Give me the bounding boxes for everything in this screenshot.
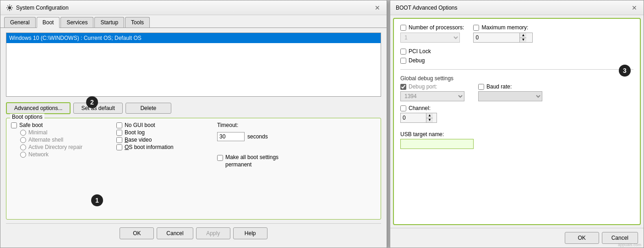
gear-icon bbox=[6, 4, 13, 11]
os-boot-info-row: OS boot information bbox=[116, 144, 199, 150]
max-memory-down-button[interactable]: ▼ bbox=[520, 38, 526, 43]
active-directory-row: Active Directory repair bbox=[20, 144, 103, 150]
minimal-radio[interactable] bbox=[20, 130, 26, 136]
max-memory-label: Maximum memory: bbox=[481, 24, 528, 31]
debug-port-label: Debug port: bbox=[409, 83, 437, 90]
boot-buttons-row: Advanced options... Set as default Delet… bbox=[6, 102, 381, 114]
badge-3: 3 bbox=[619, 65, 631, 77]
processors-memory-row: Number of processors: 1 Maximum memory: … bbox=[400, 24, 633, 43]
network-radio[interactable] bbox=[20, 152, 26, 158]
max-memory-row: Maximum memory: bbox=[473, 24, 533, 31]
channel-spinbox: 0 ▲ ▼ bbox=[400, 113, 437, 123]
minimal-row: Minimal bbox=[20, 129, 103, 136]
safe-boot-checkbox[interactable] bbox=[11, 122, 17, 128]
channel-down-button[interactable]: ▼ bbox=[426, 118, 433, 123]
baud-rate-select[interactable] bbox=[478, 91, 542, 101]
tab-tools[interactable]: Tools bbox=[125, 17, 150, 28]
boot-adv-bottom-bar: OK Cancel bbox=[390, 228, 644, 248]
timeout-section: Timeout: 30 seconds Make all boot settin… bbox=[217, 122, 290, 215]
system-config-dialog: System Configuration ✕ General Boot Serv… bbox=[0, 0, 387, 248]
debug-row: Debug bbox=[400, 57, 633, 64]
apply-button[interactable]: Apply bbox=[196, 227, 230, 239]
active-directory-label: Active Directory repair bbox=[28, 144, 82, 150]
channel-checkbox[interactable] bbox=[400, 105, 406, 111]
badge-1: 1 bbox=[91, 194, 103, 206]
max-memory-up-button[interactable]: ▲ bbox=[520, 33, 526, 38]
num-processors-group: Number of processors: 1 bbox=[400, 24, 464, 43]
network-row: Network bbox=[20, 151, 103, 158]
global-debug-section: Global debug settings Debug port: 1394 B… bbox=[400, 75, 633, 123]
max-memory-spinbox: 0 ▲ ▼ bbox=[473, 33, 533, 43]
usb-target-input[interactable] bbox=[400, 139, 474, 149]
cancel-button[interactable]: Cancel bbox=[157, 227, 193, 239]
boot-log-checkbox[interactable] bbox=[116, 130, 122, 136]
boot-log-row: Boot log bbox=[116, 129, 199, 136]
max-memory-group: Maximum memory: 0 ▲ ▼ bbox=[473, 24, 533, 43]
os-listbox[interactable]: Windows 10 (C:\WINDOWS) : Current OS; De… bbox=[6, 33, 381, 97]
boot-options-right: No GUI boot Boot log Base video OS boot … bbox=[116, 122, 199, 215]
boot-adv-ok-button[interactable]: OK bbox=[565, 232, 599, 244]
pci-lock-checkbox[interactable] bbox=[400, 49, 406, 55]
network-label: Network bbox=[28, 151, 49, 158]
ok-button[interactable]: OK bbox=[120, 227, 154, 239]
advanced-options-button[interactable]: Advanced options... bbox=[6, 102, 71, 114]
base-video-label: Base video bbox=[125, 137, 152, 143]
boot-log-label: Boot log bbox=[125, 129, 145, 136]
alternate-shell-radio[interactable] bbox=[20, 137, 26, 143]
titlebar-left: System Configuration bbox=[6, 4, 69, 11]
help-button[interactable]: Help bbox=[233, 227, 267, 239]
minimal-label: Minimal bbox=[28, 129, 47, 136]
no-gui-boot-checkbox[interactable] bbox=[116, 122, 122, 128]
debug-checkbox[interactable] bbox=[400, 58, 406, 64]
safe-boot-row: Safe boot bbox=[11, 122, 103, 128]
set-default-button[interactable]: Set as default bbox=[73, 103, 122, 114]
pci-lock-row: PCI Lock bbox=[400, 48, 633, 55]
debug-port-select[interactable]: 1394 bbox=[400, 91, 464, 101]
badge-2: 2 bbox=[86, 96, 98, 108]
delete-button[interactable]: Delete bbox=[126, 103, 171, 114]
boot-options-left: Safe boot Minimal Alternate shell Active… bbox=[11, 122, 103, 215]
boot-advanced-dialog: BOOT Advanced Options ✕ Number of proces… bbox=[390, 0, 644, 248]
baud-rate-row: Baud rate: bbox=[478, 83, 542, 90]
usb-target-group: USB target name: bbox=[400, 129, 633, 149]
no-gui-boot-row: No GUI boot bbox=[116, 122, 199, 128]
timeout-label: Timeout: bbox=[217, 122, 290, 128]
max-memory-input[interactable]: 0 bbox=[474, 33, 519, 42]
debug-port-checkbox[interactable] bbox=[400, 84, 406, 90]
bottom-button-bar: OK Cancel Apply Help bbox=[6, 223, 381, 243]
max-memory-checkbox[interactable] bbox=[473, 25, 479, 31]
tab-services[interactable]: Services bbox=[60, 17, 93, 28]
base-video-checkbox[interactable] bbox=[116, 137, 122, 143]
baud-rate-checkbox[interactable] bbox=[478, 84, 484, 90]
boot-options-legend: Boot options bbox=[10, 114, 44, 120]
num-processors-select[interactable]: 1 bbox=[400, 33, 460, 43]
sys-config-close-button[interactable]: ✕ bbox=[374, 4, 381, 11]
tab-startup[interactable]: Startup bbox=[94, 17, 124, 28]
os-list-item[interactable]: Windows 10 (C:\WINDOWS) : Current OS; De… bbox=[6, 33, 381, 43]
num-processors-row: Number of processors: bbox=[400, 24, 464, 31]
os-boot-info-text: S boot information bbox=[129, 144, 173, 150]
debug-label: Debug bbox=[409, 57, 425, 64]
tab-general[interactable]: General bbox=[4, 17, 36, 28]
base-video-text: ase video bbox=[128, 137, 152, 143]
timeout-input[interactable]: 30 bbox=[217, 132, 245, 141]
boot-options-section: Boot options Safe boot Minimal Alternate… bbox=[6, 118, 381, 220]
boot-adv-close-button[interactable]: ✕ bbox=[631, 4, 638, 11]
active-directory-radio[interactable] bbox=[20, 144, 26, 150]
num-processors-checkbox[interactable] bbox=[400, 25, 406, 31]
os-boot-info-checkbox[interactable] bbox=[116, 144, 122, 150]
baud-rate-label: Baud rate: bbox=[486, 83, 512, 90]
channel-input[interactable]: 0 bbox=[401, 113, 426, 122]
base-video-row: Base video bbox=[116, 137, 199, 143]
channel-row: Channel: bbox=[400, 105, 633, 111]
make-permanent-checkbox[interactable] bbox=[217, 155, 223, 161]
boot-adv-content: Number of processors: 1 Maximum memory: … bbox=[393, 18, 641, 225]
make-permanent-label: Make all boot settings permanent bbox=[225, 154, 290, 168]
sys-config-content: Windows 10 (C:\WINDOWS) : Current OS; De… bbox=[0, 28, 387, 248]
channel-up-button[interactable]: ▲ bbox=[426, 113, 433, 118]
tab-boot[interactable]: Boot bbox=[37, 17, 60, 28]
no-gui-boot-label: No GUI boot bbox=[125, 122, 155, 128]
max-memory-spin-buttons: ▲ ▼ bbox=[519, 33, 526, 42]
make-permanent-row: Make all boot settings permanent bbox=[217, 154, 290, 168]
num-processors-label: Number of processors: bbox=[409, 24, 464, 31]
